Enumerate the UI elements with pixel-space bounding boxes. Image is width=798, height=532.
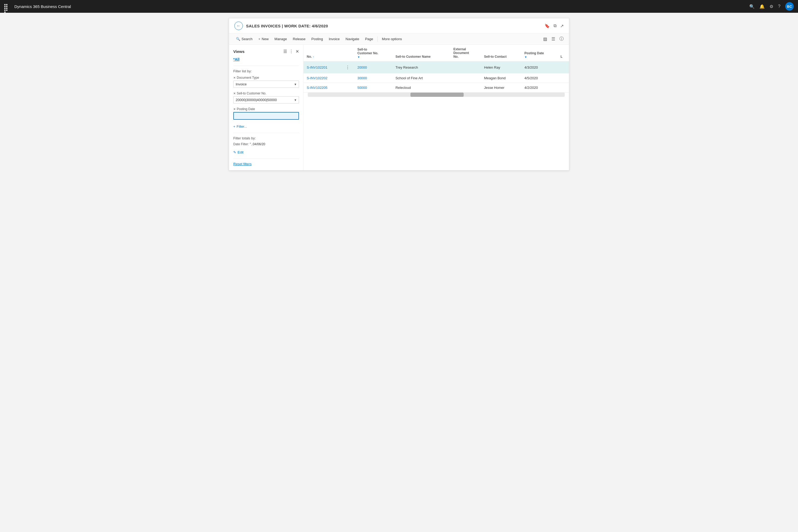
col-header-ext-doc-no: ExternalDocumentNo. <box>450 45 481 61</box>
remove-posting-date-filter[interactable]: ✕ <box>233 108 236 111</box>
cell-row-menu[interactable] <box>341 73 354 83</box>
settings-icon[interactable]: ⚙ <box>770 4 773 9</box>
close-sidebar-icon[interactable]: ✕ <box>296 49 299 54</box>
help-icon[interactable]: ? <box>778 4 780 9</box>
expand-icon[interactable]: ↗ <box>560 23 564 28</box>
page-button[interactable]: Page <box>362 35 376 42</box>
app-grid-icon[interactable] <box>4 4 9 9</box>
col-header-sell-to-contact: Sell-to Contact <box>481 45 521 61</box>
date-filter-item: Date Filter: ''..04/06/20 <box>233 142 299 146</box>
filter-customer-no-label: ✕ Sell-to Customer No. <box>233 92 299 95</box>
col-header-menu <box>341 45 354 61</box>
document-type-label-text: Document Type <box>237 76 259 79</box>
main-content: Views ☰ ⋮ ✕ *All Filter list by: ✕ Docum… <box>229 45 569 170</box>
cell-row-menu[interactable]: ⋮ <box>341 61 354 73</box>
col-ext-doc-no-label: ExternalDocumentNo. <box>453 48 477 58</box>
edit-button[interactable]: ✎ Edit <box>233 149 243 155</box>
customer-no-select[interactable]: 20000|30000|40000|50000 <box>233 96 299 103</box>
add-filter-plus-icon: + <box>233 125 235 129</box>
list-view-icon[interactable]: ☰ <box>550 35 556 42</box>
col-header-no: No. ↑ <box>304 45 341 61</box>
filter-document-type-label: ✕ Document Type <box>233 76 299 79</box>
document-type-select[interactable]: Invoice <box>233 81 299 88</box>
table-row[interactable]: S-INV10220550000RelecloudJesse Homer4/2/… <box>304 83 569 93</box>
search-btn-icon: 🔍 <box>236 37 240 41</box>
filter-posting-date: ✕ Posting Date P3..P4 <box>233 107 299 120</box>
info-icon[interactable]: ⓘ <box>558 35 565 43</box>
page-header-icons: 🔖 ⧉ ↗ <box>545 23 564 28</box>
edit-label: Edit <box>238 150 243 154</box>
release-label: Release <box>293 37 306 41</box>
cell-posting-date: 4/5/2020 <box>521 73 557 83</box>
col-customer-name-label: Sell-to Customer Name <box>396 55 431 58</box>
table-area: No. ↑ Sell-toCustomer No. ▼ Sell-to Cust… <box>304 45 569 170</box>
topbar: Dynamics 365 Business Central 🔍 🔔 ⚙ ? BC <box>0 0 798 13</box>
navigate-button[interactable]: Navigate <box>343 35 362 42</box>
cell-invoice-no[interactable]: S-INV102202 <box>304 73 341 83</box>
horizontal-scrollbar[interactable] <box>308 93 565 97</box>
page-label: Page <box>365 37 373 41</box>
col-header-sell-to-customer-no: Sell-toCustomer No. ▼ <box>354 45 392 61</box>
new-button[interactable]: + New <box>255 35 271 42</box>
toolbar-separator <box>377 36 378 42</box>
open-new-window-icon[interactable]: ⧉ <box>554 23 556 28</box>
more-options-button[interactable]: More options <box>379 35 404 42</box>
cell-sell-to-contact: Jesse Homer <box>481 83 521 93</box>
customer-no-select-wrapper: 20000|30000|40000|50000 ▼ <box>233 96 299 103</box>
table-header-row: No. ↑ Sell-toCustomer No. ▼ Sell-to Cust… <box>304 45 569 61</box>
reset-filters-link[interactable]: Reset filters <box>233 162 299 166</box>
row-context-menu-button[interactable]: ⋮ <box>344 64 351 71</box>
edit-pencil-icon: ✎ <box>233 150 236 154</box>
topbar-icons: 🔍 🔔 ⚙ ? BC <box>749 2 794 11</box>
release-button[interactable]: Release <box>290 35 308 42</box>
search-icon[interactable]: 🔍 <box>749 4 755 9</box>
sidebar-title: Views <box>233 49 244 54</box>
back-button[interactable]: ← <box>234 22 243 30</box>
manage-label: Manage <box>274 37 287 41</box>
remove-customer-no-filter[interactable]: ✕ <box>233 92 236 95</box>
add-filter-button[interactable]: + Filter... <box>233 124 247 130</box>
col-sell-to-customer-no-label: Sell-toCustomer No. <box>357 48 389 55</box>
filter-icon[interactable]: ▨ <box>542 35 548 42</box>
table-row[interactable]: S-INV10220230000School of Fine ArtMeagan… <box>304 73 569 83</box>
posting-button[interactable]: Posting <box>309 35 326 42</box>
filter-totals-title: Filter totals by: <box>233 136 299 140</box>
app-title: Dynamics 365 Business Central <box>14 4 746 9</box>
save-view-icon[interactable]: ☰ <box>283 49 287 54</box>
filter-list-by-label: Filter list by: <box>233 69 299 73</box>
cell-l <box>557 61 569 73</box>
invoice-button[interactable]: Invoice <box>326 35 342 42</box>
sidebar: Views ☰ ⋮ ✕ *All Filter list by: ✕ Docum… <box>229 45 304 170</box>
sidebar-header: Views ☰ ⋮ ✕ <box>233 49 299 54</box>
cell-invoice-no[interactable]: S-INV102205 <box>304 83 341 93</box>
cell-row-menu[interactable] <box>341 83 354 93</box>
more-views-icon[interactable]: ⋮ <box>289 49 293 54</box>
search-label: Search <box>242 37 252 41</box>
cell-customer-no[interactable]: 50000 <box>354 83 392 93</box>
toolbar: 🔍 Search + New Manage Release Posting In… <box>229 34 569 45</box>
all-views-link[interactable]: *All <box>233 57 299 61</box>
posting-date-input[interactable]: P3..P4 <box>233 112 299 120</box>
add-filter-label: Filter... <box>237 125 247 129</box>
scrollbar-thumb[interactable] <box>411 93 464 97</box>
cell-ext-doc-no <box>450 61 481 73</box>
new-label: New <box>262 37 269 41</box>
manage-button[interactable]: Manage <box>272 35 290 42</box>
bookmark-icon[interactable]: 🔖 <box>545 23 550 28</box>
date-filter-label: Date Filter: <box>233 142 249 146</box>
cell-customer-no[interactable]: 30000 <box>354 73 392 83</box>
bell-icon[interactable]: 🔔 <box>759 4 765 9</box>
user-avatar[interactable]: BC <box>785 2 794 11</box>
invoices-table: No. ↑ Sell-toCustomer No. ▼ Sell-to Cust… <box>304 45 569 93</box>
cell-sell-to-contact: Helen Ray <box>481 61 521 73</box>
posting-date-label-text: Posting Date <box>237 107 255 111</box>
cell-invoice-no[interactable]: S-INV102201 <box>304 61 341 73</box>
search-button[interactable]: 🔍 Search <box>233 35 255 42</box>
remove-document-type-filter[interactable]: ✕ <box>233 76 236 79</box>
document-type-select-wrapper: Invoice ▼ <box>233 81 299 88</box>
table-row[interactable]: S-INV102201⋮20000Trey ResearchHelen Ray4… <box>304 61 569 73</box>
col-filter-icon-posting-date: ▼ <box>524 56 554 58</box>
cell-l <box>557 83 569 93</box>
col-header-posting-date: Posting Date ▼ <box>521 45 557 61</box>
cell-customer-no[interactable]: 20000 <box>354 61 392 73</box>
